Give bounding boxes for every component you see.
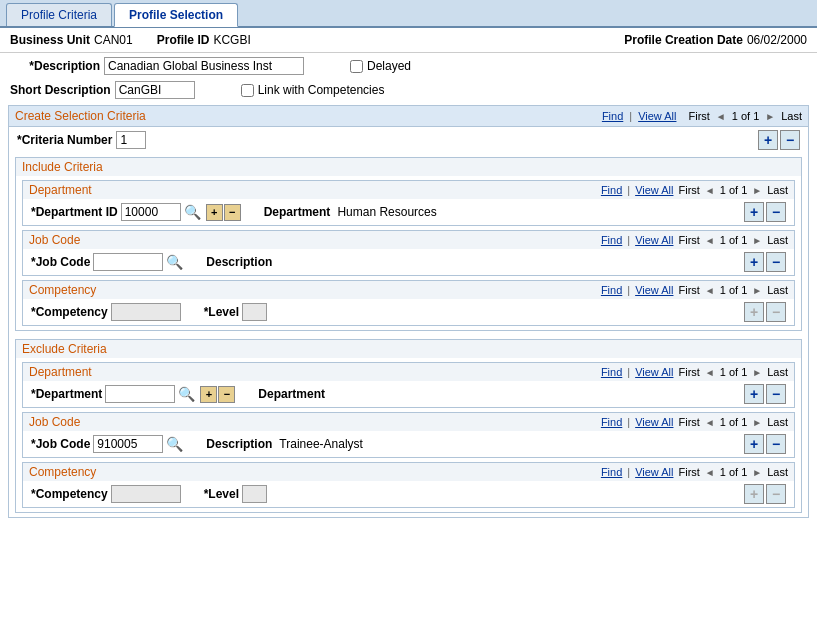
exclude-dept-viewall[interactable]: View All [635, 366, 673, 378]
delayed-label: Delayed [367, 59, 411, 73]
include-dept-add-button[interactable]: + [206, 204, 223, 221]
include-jobcode-outer-add[interactable]: + [744, 252, 764, 272]
exclude-competency-title: Competency [29, 465, 96, 479]
tab-profile-criteria[interactable]: Profile Criteria [6, 3, 112, 26]
short-description-label: Short Description [10, 83, 111, 97]
include-jobcode-search-icon[interactable]: 🔍 [166, 254, 183, 270]
profile-creation-date-value: 06/02/2000 [747, 33, 807, 47]
include-dept-name-value: Human Resources [337, 205, 436, 219]
create-prev-arrow[interactable]: ◄ [716, 111, 726, 122]
exclude-dept-label: *Department [31, 387, 102, 401]
exclude-jobcode-outer-add[interactable]: + [744, 434, 764, 454]
description-label: *Description [10, 59, 100, 73]
exclude-jobcode-viewall[interactable]: View All [635, 416, 673, 428]
exclude-jobcode-prev[interactable]: ◄ [705, 417, 715, 428]
exclude-competency-next[interactable]: ► [752, 467, 762, 478]
criteria-number-input[interactable] [116, 131, 146, 149]
include-dept-find[interactable]: Find [601, 184, 622, 196]
include-dept-remove-button[interactable]: − [224, 204, 241, 221]
exclude-jobcode-find[interactable]: Find [601, 416, 622, 428]
exclude-jobcode-input[interactable] [93, 435, 163, 453]
business-unit-label: Business Unit [10, 33, 90, 47]
exclude-dept-add-button[interactable]: + [200, 386, 217, 403]
tab-profile-selection[interactable]: Profile Selection [114, 3, 238, 27]
include-competency-prev[interactable]: ◄ [705, 285, 715, 296]
include-dept-name-label: Department [264, 205, 331, 219]
include-jobcode-viewall[interactable]: View All [635, 234, 673, 246]
exclude-dept-remove-button[interactable]: − [218, 386, 235, 403]
exclude-dept-find[interactable]: Find [601, 366, 622, 378]
exclude-jobcode-next[interactable]: ► [752, 417, 762, 428]
exclude-competency-input[interactable] [111, 485, 181, 503]
include-jobcode-label: *Job Code [31, 255, 90, 269]
exclude-competency-prev[interactable]: ◄ [705, 467, 715, 478]
delayed-checkbox[interactable] [350, 60, 363, 73]
exclude-jobcode-title: Job Code [29, 415, 80, 429]
profile-creation-date-label: Profile Creation Date [624, 33, 743, 47]
exclude-jobcode-label: *Job Code [31, 437, 90, 451]
create-remove-button[interactable]: − [780, 130, 800, 150]
include-jobcode-outer-remove[interactable]: − [766, 252, 786, 272]
exclude-dept-title: Department [29, 365, 92, 379]
exclude-dept-outer-remove[interactable]: − [766, 384, 786, 404]
include-jobcode-desc-label: Description [206, 255, 272, 269]
create-selection-title: Create Selection Criteria [15, 109, 146, 123]
include-dept-viewall[interactable]: View All [635, 184, 673, 196]
criteria-number-label: *Criteria Number [17, 133, 112, 147]
include-dept-prev[interactable]: ◄ [705, 185, 715, 196]
create-page-of: 1 of 1 [732, 110, 760, 122]
exclude-competency-outer-add[interactable]: + [744, 484, 764, 504]
exclude-jobcode-desc-value: Trainee-Analyst [279, 437, 363, 451]
exclude-dept-name-label: Department [258, 387, 325, 401]
exclude-competency-find[interactable]: Find [601, 466, 622, 478]
include-dept-outer-remove[interactable]: − [766, 202, 786, 222]
exclude-competency-label: *Competency [31, 487, 108, 501]
exclude-jobcode-desc-label: Description [206, 437, 272, 451]
include-dept-id-input[interactable] [121, 203, 181, 221]
include-jobcode-next[interactable]: ► [752, 235, 762, 246]
include-competency-find[interactable]: Find [601, 284, 622, 296]
link-competencies-checkbox[interactable] [241, 84, 254, 97]
exclude-jobcode-search-icon[interactable]: 🔍 [166, 436, 183, 452]
include-dept-outer-add[interactable]: + [744, 202, 764, 222]
include-criteria-title: Include Criteria [22, 160, 103, 174]
short-description-input[interactable] [115, 81, 195, 99]
include-jobcode-title: Job Code [29, 233, 80, 247]
description-input[interactable] [104, 57, 304, 75]
exclude-competency-viewall[interactable]: View All [635, 466, 673, 478]
include-jobcode-prev[interactable]: ◄ [705, 235, 715, 246]
include-jobcode-input[interactable] [93, 253, 163, 271]
include-competency-label: *Competency [31, 305, 108, 319]
include-competency-title: Competency [29, 283, 96, 297]
exclude-dept-next[interactable]: ► [752, 367, 762, 378]
create-add-button[interactable]: + [758, 130, 778, 150]
create-find-link[interactable]: Find [602, 110, 623, 122]
exclude-competency-level-label: *Level [204, 487, 239, 501]
exclude-competency-outer-remove[interactable]: − [766, 484, 786, 504]
include-competency-next[interactable]: ► [752, 285, 762, 296]
include-dept-next[interactable]: ► [752, 185, 762, 196]
include-competency-input[interactable] [111, 303, 181, 321]
exclude-criteria-title: Exclude Criteria [22, 342, 107, 356]
exclude-dept-search-icon[interactable]: 🔍 [178, 386, 195, 402]
create-next-arrow[interactable]: ► [765, 111, 775, 122]
exclude-dept-prev[interactable]: ◄ [705, 367, 715, 378]
exclude-competency-level-input[interactable] [242, 485, 267, 503]
link-competencies-label: Link with Competencies [258, 83, 385, 97]
create-viewall-link[interactable]: View All [638, 110, 676, 122]
include-competency-viewall[interactable]: View All [635, 284, 673, 296]
profile-id-value: KCGBI [213, 33, 250, 47]
business-unit-value: CAN01 [94, 33, 133, 47]
exclude-jobcode-outer-remove[interactable]: − [766, 434, 786, 454]
include-competency-level-input[interactable] [242, 303, 267, 321]
include-dept-id-label: *Department ID [31, 205, 118, 219]
include-dept-title: Department [29, 183, 92, 197]
include-competency-level-label: *Level [204, 305, 239, 319]
include-jobcode-find[interactable]: Find [601, 234, 622, 246]
include-competency-outer-add[interactable]: + [744, 302, 764, 322]
exclude-dept-outer-add[interactable]: + [744, 384, 764, 404]
include-competency-outer-remove[interactable]: − [766, 302, 786, 322]
exclude-dept-input[interactable] [105, 385, 175, 403]
include-dept-search-icon[interactable]: 🔍 [184, 204, 201, 220]
profile-id-label: Profile ID [157, 33, 210, 47]
